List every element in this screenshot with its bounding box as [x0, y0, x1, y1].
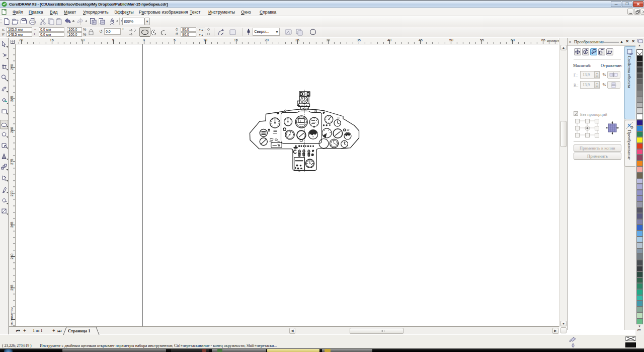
- svg-text:265: 265: [10, 222, 14, 228]
- svg-text:270: 270: [10, 190, 14, 196]
- svg-text:255: 255: [10, 285, 14, 291]
- svg-text:260: 260: [10, 253, 14, 259]
- svg-text:миллиметры: миллиметры: [10, 308, 13, 326]
- svg-text:275: 275: [10, 159, 14, 165]
- svg-text:285: 285: [10, 96, 14, 102]
- svg-text:280: 280: [10, 127, 14, 133]
- svg-text:290: 290: [10, 64, 14, 70]
